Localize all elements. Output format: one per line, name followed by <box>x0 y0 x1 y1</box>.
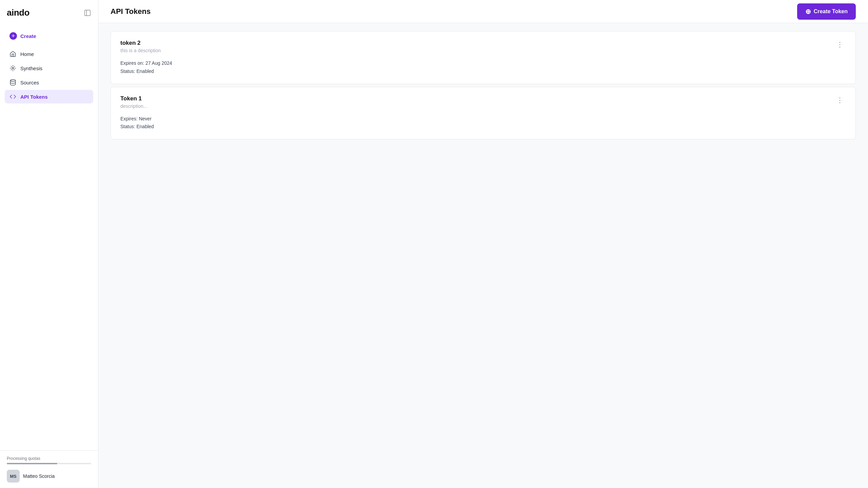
synthesis-icon <box>9 65 16 72</box>
token-info-0: token 2 this is a description <box>120 40 161 59</box>
sidebar-item-sources-label: Sources <box>20 80 39 85</box>
sidebar-item-api-tokens[interactable]: API Tokens <box>5 90 93 103</box>
token-meta-0: Expires on: 27 Aug 2024 Status: Enabled <box>120 59 846 76</box>
user-info[interactable]: MS Matteo Scorcia <box>7 470 91 483</box>
svg-point-3 <box>11 80 16 81</box>
quota-bar <box>7 463 91 464</box>
main-content: API Tokens ⊕ Create Token token 2 this i… <box>98 0 868 488</box>
user-name: Matteo Scorcia <box>23 473 55 479</box>
token-card-1: Token 1 description... ⋮ Expires: Never … <box>111 87 856 140</box>
token-card-header-0: token 2 this is a description ⋮ <box>120 40 846 59</box>
content-area: token 2 this is a description ⋮ Expires … <box>98 23 868 488</box>
quota-bar-fill <box>7 463 57 464</box>
create-token-label: Create Token <box>814 8 848 15</box>
sidebar-footer: Processing quotas MS Matteo Scorcia <box>0 450 98 488</box>
create-icon: + <box>9 32 17 40</box>
sidebar: aindo + Create Home <box>0 0 98 488</box>
svg-rect-0 <box>85 10 91 16</box>
sidebar-item-synthesis-label: Synthesis <box>20 65 42 71</box>
token-description-0: this is a description <box>120 48 161 53</box>
token-card-0: token 2 this is a description ⋮ Expires … <box>111 31 856 84</box>
sidebar-header: aindo <box>0 0 98 25</box>
sidebar-toggle-icon[interactable] <box>84 9 91 17</box>
page-title: API Tokens <box>111 7 151 16</box>
token-description-1: description... <box>120 103 147 109</box>
token-expires-1: Expires: Never <box>120 115 846 123</box>
create-token-button[interactable]: ⊕ Create Token <box>797 3 856 20</box>
sidebar-nav: + Create Home Synthesis <box>0 25 98 450</box>
sidebar-item-sources[interactable]: Sources <box>5 76 93 89</box>
plus-circle-icon: ⊕ <box>805 7 811 16</box>
brand-logo: aindo <box>7 7 29 18</box>
token-more-button-0[interactable]: ⋮ <box>834 40 846 49</box>
token-card-header-1: Token 1 description... ⋮ <box>120 95 846 115</box>
sidebar-item-home[interactable]: Home <box>5 47 93 61</box>
sidebar-item-api-tokens-label: API Tokens <box>20 94 48 100</box>
sidebar-item-home-label: Home <box>20 51 34 57</box>
token-more-button-1[interactable]: ⋮ <box>834 95 846 105</box>
svg-point-2 <box>12 67 14 69</box>
sources-icon <box>9 79 16 86</box>
create-label: Create <box>20 33 36 39</box>
home-icon <box>9 51 16 57</box>
token-info-1: Token 1 description... <box>120 95 147 115</box>
token-name-1: Token 1 <box>120 95 147 102</box>
token-status-1: Status: Enabled <box>120 123 846 131</box>
avatar: MS <box>7 470 20 483</box>
create-button[interactable]: + Create <box>5 29 93 43</box>
token-expires-0: Expires on: 27 Aug 2024 <box>120 59 846 67</box>
token-meta-1: Expires: Never Status: Enabled <box>120 115 846 131</box>
sidebar-item-synthesis[interactable]: Synthesis <box>5 61 93 75</box>
token-name-0: token 2 <box>120 40 161 46</box>
token-status-0: Status: Enabled <box>120 67 846 76</box>
topbar: API Tokens ⊕ Create Token <box>98 0 868 23</box>
code-icon <box>9 93 16 100</box>
processing-quotas-label: Processing quotas <box>7 456 91 461</box>
